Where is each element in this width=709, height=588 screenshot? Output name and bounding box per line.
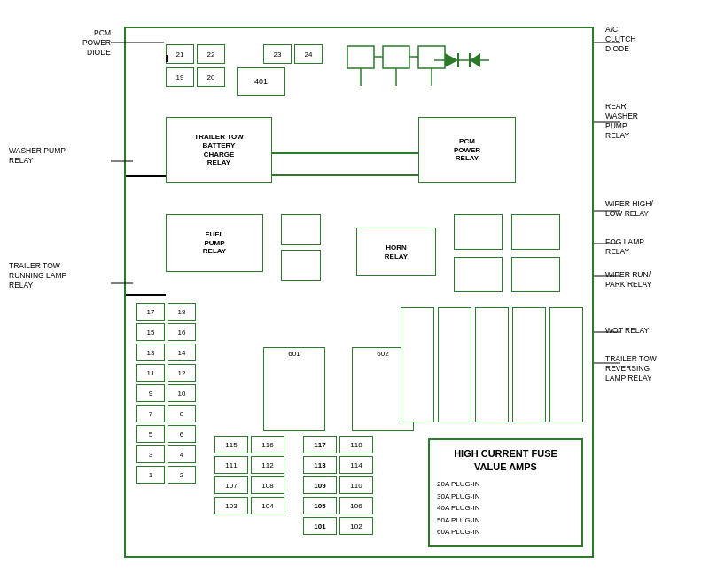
svg-marker-9 [470, 53, 480, 67]
fuse-101: 101 [303, 517, 337, 535]
fuse-2: 2 [168, 466, 196, 484]
fuse-1: 1 [136, 466, 165, 484]
fuse-5: 5 [136, 425, 165, 443]
fuse-21: 21 [166, 44, 194, 64]
fuse-7: 7 [136, 405, 165, 422]
fuse-15: 15 [136, 323, 165, 341]
fuse-105: 105 [303, 497, 337, 514]
fuse-116: 116 [251, 436, 284, 453]
fuse-109: 109 [303, 476, 337, 494]
relay-right-1 [454, 214, 503, 250]
svg-rect-2 [418, 46, 445, 68]
fuse-20: 20 [197, 67, 225, 87]
label-ac-clutch-diode: A/CCLUTCHDIODE [605, 25, 698, 54]
fuse-107: 107 [214, 476, 248, 494]
fuse-102: 102 [339, 517, 373, 535]
fuse-104: 104 [251, 497, 284, 514]
fuse-6: 6 [168, 425, 196, 443]
high-current-box: HIGH CURRENT FUSE VALUE AMPS 20A PLUG-IN… [428, 438, 583, 547]
diagram-container: PCMPOWERDIODE WASHER PUMPRELAY TRAILER T… [9, 9, 698, 579]
fuse-12: 12 [168, 364, 196, 382]
hc-item-4: 50A PLUG-IN [437, 514, 574, 527]
fuse-8: 8 [168, 405, 196, 422]
fuse-23: 23 [263, 44, 292, 64]
relay-horn: HORNRELAY [356, 228, 436, 276]
high-current-list: 20A PLUG-IN 30A PLUG-IN 40A PLUG-IN 50A … [437, 478, 574, 538]
fuse-103: 103 [214, 497, 248, 514]
fuse-117: 117 [303, 436, 337, 453]
fuse-14: 14 [168, 344, 196, 361]
label-wiper-high-low: WIPER HIGH/LOW RELAY [605, 199, 698, 219]
svg-rect-1 [383, 46, 409, 68]
group-601: 601 [263, 347, 325, 431]
fuse-401: 401 [237, 67, 285, 96]
hc-item-1: 20A PLUG-IN [437, 478, 574, 491]
fuse-11: 11 [136, 364, 165, 382]
fuse-9: 9 [136, 384, 165, 402]
fuse-24: 24 [294, 44, 323, 64]
label-wot-relay: WOT RELAY [605, 326, 698, 336]
relay-right-4 [511, 257, 560, 292]
fuse-106: 106 [339, 497, 373, 514]
svg-marker-5 [445, 53, 458, 67]
relay-tall-1 [401, 307, 434, 422]
label-fog-lamp: FOG LAMPRELAY [605, 237, 698, 257]
ac-clutch-diode-area [339, 37, 498, 99]
relay-tall-2 [438, 307, 471, 422]
relay-tall-5 [549, 307, 583, 422]
hc-item-5: 60A PLUG-IN [437, 526, 574, 538]
hc-item-3: 40A PLUG-IN [437, 502, 574, 514]
fuse-17: 17 [136, 303, 165, 321]
fuse-13: 13 [136, 344, 165, 361]
relay-tall-4 [512, 307, 546, 422]
relay-trailer-tow-battery: TRAILER TOWBATTERYCHARGERELAY [166, 117, 272, 183]
fuse-113: 113 [303, 456, 337, 474]
fuse-111: 111 [214, 456, 248, 474]
fuse-22: 22 [197, 44, 225, 64]
fuse-108: 108 [251, 476, 284, 494]
relay-right-2 [511, 214, 560, 250]
relay-fuel-pump: FUELPUMPRELAY [166, 214, 263, 272]
relay-small-2 [281, 250, 321, 281]
label-pcm-power-diode: PCMPOWERDIODE [9, 28, 111, 58]
label-trailer-tow-reversing: TRAILER TOWREVERSINGLAMP RELAY [605, 354, 698, 383]
label-rear-washer: REARWASHERPUMPRELAY [605, 102, 698, 141]
hc-item-2: 30A PLUG-IN [437, 491, 574, 503]
label-washer-pump-relay: WASHER PUMPRELAY [9, 146, 111, 166]
relay-tall-3 [475, 307, 509, 422]
fuse-18: 18 [168, 303, 196, 321]
label-trailer-tow-running: TRAILER TOWRUNNING LAMPRELAY [9, 261, 111, 290]
relay-small-1 [281, 214, 321, 245]
svg-rect-0 [347, 46, 374, 68]
high-current-title: HIGH CURRENT FUSE VALUE AMPS [437, 447, 574, 473]
relay-right-3 [454, 257, 503, 292]
fuse-112: 112 [251, 456, 284, 474]
fuse-box: 21 22 23 24 19 20 401 [124, 27, 594, 558]
fuse-118: 118 [339, 436, 373, 453]
fuse-19: 19 [166, 67, 194, 87]
relay-pcm-power: PCMPOWERRELAY [418, 117, 516, 183]
fuse-4: 4 [168, 445, 196, 463]
fuse-10: 10 [168, 384, 196, 402]
label-wiper-run-park: WIPER RUN/PARK RELAY [605, 270, 698, 290]
fuse-115: 115 [214, 436, 248, 453]
fuse-110: 110 [339, 476, 373, 494]
fuse-3: 3 [136, 445, 165, 463]
fuse-16: 16 [168, 323, 196, 341]
fuse-114: 114 [339, 456, 373, 474]
